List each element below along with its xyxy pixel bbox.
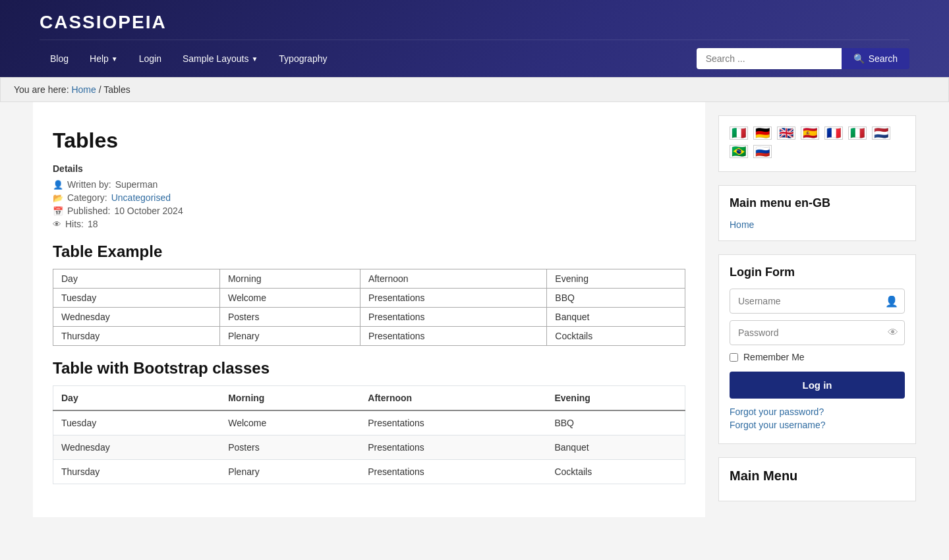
flag-icon[interactable]: 🇳🇱 xyxy=(872,126,890,140)
breadcrumb: You are here: Home / Tables xyxy=(0,77,949,102)
username-wrap: 👤 xyxy=(730,289,905,314)
table-cell: Cocktails xyxy=(547,327,685,346)
password-input[interactable] xyxy=(730,320,905,345)
table-row: WednesdayPostersPresentationsBanquet xyxy=(53,435,685,460)
table-cell: Presentations xyxy=(360,460,546,484)
flags-panel: 🇮🇹🇩🇪🇬🇧🇪🇸🇫🇷🇮🇹🇳🇱🇧🇷🇷🇺 xyxy=(718,115,916,172)
table-cell: Presentations xyxy=(360,308,546,327)
nav-typography[interactable]: Typography xyxy=(268,42,337,76)
nav-login[interactable]: Login xyxy=(129,42,172,76)
main-menu-bottom-title: Main Menu xyxy=(730,468,905,484)
search-input[interactable] xyxy=(697,48,842,69)
article-meta: Details 👤 Written by: Superman 📂 Categor… xyxy=(53,163,685,229)
table-header-cell: Afternoon xyxy=(360,386,546,411)
nav-sample-layouts[interactable]: Sample Layouts ▼ xyxy=(172,42,268,76)
flag-icon[interactable]: 🇩🇪 xyxy=(753,126,772,140)
author-label: Written by: xyxy=(67,179,111,190)
flag-icon[interactable]: 🇮🇹 xyxy=(848,126,867,140)
nav-help[interactable]: Help ▼ xyxy=(79,42,129,76)
search-area: 🔍 Search xyxy=(697,40,909,77)
flag-icon[interactable]: 🇷🇺 xyxy=(753,145,772,158)
search-icon: 🔍 xyxy=(853,53,865,64)
table-cell: Plenary xyxy=(219,327,360,346)
meta-author-row: 👤 Written by: Superman xyxy=(53,179,685,190)
table-cell: Morning xyxy=(219,269,360,289)
table-header-cell: Evening xyxy=(546,386,685,411)
login-links: Forgot your password? Forgot your userna… xyxy=(730,406,905,430)
chevron-down-icon: ▼ xyxy=(251,55,258,63)
login-form-panel: Login Form 👤 👁 Remember Me Log in Forgot… xyxy=(718,254,916,444)
sidebar: 🇮🇹🇩🇪🇬🇧🇪🇸🇫🇷🇮🇹🇳🇱🇧🇷🇷🇺 Main menu en-GB Home … xyxy=(718,102,916,517)
flag-icon[interactable]: 🇬🇧 xyxy=(777,126,795,140)
table2-title: Table with Bootstrap classes xyxy=(53,359,685,378)
main-menu-engb-panel: Main menu en-GB Home xyxy=(718,185,916,241)
category-link[interactable]: Uncategorised xyxy=(111,192,171,203)
login-button[interactable]: Log in xyxy=(730,372,905,399)
forgot-password-link[interactable]: Forgot your password? xyxy=(730,406,905,417)
author-name: Superman xyxy=(115,179,158,190)
remember-me-checkbox[interactable] xyxy=(730,353,738,362)
table-cell: Presentations xyxy=(360,327,546,346)
table-cell: Tuesday xyxy=(53,410,221,435)
table-cell: Wednesday xyxy=(53,435,221,460)
search-button[interactable]: 🔍 Search xyxy=(842,48,909,69)
content-area: Tables Details 👤 Written by: Superman 📂 … xyxy=(33,102,705,517)
breadcrumb-home[interactable]: Home xyxy=(71,84,96,95)
table-cell: Posters xyxy=(220,435,360,460)
table-cell: BBQ xyxy=(546,410,685,435)
forgot-username-link[interactable]: Forgot your username? xyxy=(730,420,905,430)
table-cell: BBQ xyxy=(547,289,685,308)
password-wrap: 👁 xyxy=(730,320,905,345)
breadcrumb-current: Tables xyxy=(103,84,130,95)
table-cell: Welcome xyxy=(220,410,360,435)
person-icon: 👤 xyxy=(53,180,63,190)
flag-icon[interactable]: 🇪🇸 xyxy=(801,126,819,140)
nav-blog[interactable]: Blog xyxy=(40,42,79,76)
table-row: ThursdayPlenaryPresentationsCocktails xyxy=(53,327,685,346)
person-icon: 👤 xyxy=(885,295,898,308)
table-cell: Afternoon xyxy=(360,269,546,289)
flag-icon[interactable]: 🇫🇷 xyxy=(824,126,843,140)
table-header-cell: Day xyxy=(53,386,221,411)
table-cell: Day xyxy=(53,269,220,289)
flags-grid: 🇮🇹🇩🇪🇬🇧🇪🇸🇫🇷🇮🇹🇳🇱🇧🇷🇷🇺 xyxy=(730,126,905,158)
table-cell: Welcome xyxy=(219,289,360,308)
table-cell: Thursday xyxy=(53,327,220,346)
table-cell: Cocktails xyxy=(546,460,685,484)
table-row: DayMorningAfternoonEvening xyxy=(53,269,685,289)
bootstrap-table: DayMorningAfternoonEvening TuesdayWelcom… xyxy=(53,385,685,484)
table-cell: Banquet xyxy=(547,308,685,327)
table-cell: Posters xyxy=(219,308,360,327)
table-cell: Evening xyxy=(547,269,685,289)
username-input[interactable] xyxy=(730,289,905,314)
published-label: Published: xyxy=(67,206,110,216)
page-title: Tables xyxy=(53,128,685,153)
table-cell: Presentations xyxy=(360,435,546,460)
remember-me-row: Remember Me xyxy=(730,352,905,362)
table-cell: Presentations xyxy=(360,289,546,308)
nav-links: Blog Help ▼ Login Sample Layouts ▼ Typog… xyxy=(40,42,337,76)
hits-count: 18 xyxy=(88,219,98,229)
table1-title: Table Example xyxy=(53,242,685,261)
flag-icon[interactable]: 🇮🇹 xyxy=(730,126,748,140)
table-cell: Thursday xyxy=(53,460,221,484)
main-menu-engb-title: Main menu en-GB xyxy=(730,196,905,210)
eye-icon: 👁 xyxy=(53,219,61,229)
breadcrumb-prefix: You are here: xyxy=(14,84,69,95)
table-row: WednesdayPostersPresentationsBanquet xyxy=(53,308,685,327)
table-header-cell: Morning xyxy=(220,386,360,411)
basic-table: DayMorningAfternoonEveningTuesdayWelcome… xyxy=(53,269,685,346)
meta-published-row: 📅 Published: 10 October 2024 xyxy=(53,206,685,216)
site-logo: CASSIOPEIA xyxy=(40,12,167,32)
site-header: CASSIOPEIA Blog Help ▼ Login Sample Layo… xyxy=(0,0,949,77)
main-menu-bottom-panel: Main Menu xyxy=(718,457,916,501)
table-cell: Presentations xyxy=(360,410,546,435)
main-menu-home-link[interactable]: Home xyxy=(730,219,754,230)
category-label: Category: xyxy=(67,192,107,203)
published-date: 10 October 2024 xyxy=(114,206,183,216)
flag-icon[interactable]: 🇧🇷 xyxy=(730,145,748,158)
table-row: TuesdayWelcomePresentationsBBQ xyxy=(53,289,685,308)
remember-me-label: Remember Me xyxy=(743,352,805,362)
login-form-title: Login Form xyxy=(730,266,905,279)
table-row: ThursdayPlenaryPresentationsCocktails xyxy=(53,460,685,484)
